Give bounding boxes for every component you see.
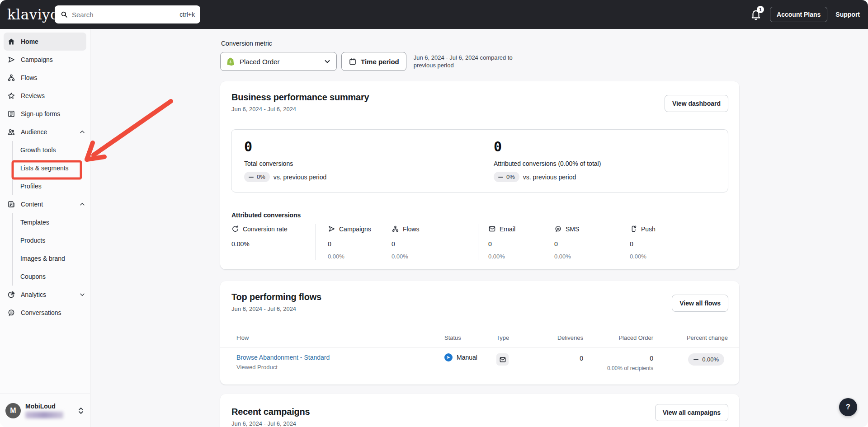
support-link[interactable]: Support: [835, 11, 860, 18]
view-all-flows-button[interactable]: View all flows: [672, 295, 728, 312]
conversion-metric-label: Conversion metric: [221, 40, 272, 47]
card-title: Recent campaigns: [231, 407, 728, 417]
form-icon: [7, 110, 15, 118]
view-all-campaigns-button[interactable]: View all campaigns: [655, 404, 728, 421]
change-pill: 0%: [494, 172, 519, 182]
sidebar-item-images-brand[interactable]: Images & brand: [13, 249, 90, 267]
push-icon: [630, 225, 637, 233]
search-shortcut-hint: ctrl+k: [179, 11, 195, 18]
sidebar-item-profiles[interactable]: Profiles: [13, 177, 90, 195]
card-date-range: Jun 6, 2024 - Jul 6, 2024: [231, 305, 728, 312]
sidebar-item-templates[interactable]: Templates: [13, 213, 90, 231]
sidebar-item-reviews[interactable]: Reviews: [0, 87, 90, 105]
sidebar-subitem-label: Profiles: [20, 183, 42, 190]
flow-table-row[interactable]: Browse Abandonment - Standard Viewed Pro…: [220, 353, 739, 371]
date-range-compare-text: Jun 6, 2024 - Jul 6, 2024 compared to pr…: [414, 52, 514, 69]
main-content: Conversion metric Placed Order Time peri…: [90, 29, 868, 427]
stat-value: 0: [494, 139, 601, 155]
flows-icon: [392, 225, 399, 233]
conversion-metric-select[interactable]: Placed Order: [220, 52, 337, 71]
flow-trigger: Viewed Product: [236, 364, 444, 371]
chevron-up-down-icon[interactable]: [77, 406, 85, 415]
sidebar-item-conversations[interactable]: Conversations: [0, 304, 90, 322]
column-header-deliveries: Deliveries: [537, 334, 583, 341]
card-title: Top performing flows: [231, 292, 728, 302]
metric-sub: [231, 253, 315, 260]
time-period-label: Time period: [361, 58, 399, 66]
change-value: 0%: [257, 174, 265, 180]
percent-change-value: 0.00%: [702, 356, 719, 363]
flow-name-link[interactable]: Browse Abandonment - Standard: [236, 354, 330, 361]
metric-sub: 0.00%: [488, 253, 554, 260]
account-plans-button[interactable]: Account Plans: [770, 7, 827, 22]
account-avatar: M: [5, 403, 21, 418]
metric-value: 0: [630, 240, 728, 248]
search-icon: [60, 10, 68, 19]
metric-value: 0: [328, 240, 392, 248]
flow-placed-order-cell: 0 0.00% of recipients: [583, 353, 653, 371]
metric-value: 0: [488, 240, 554, 248]
global-search[interactable]: ctrl+k: [55, 5, 200, 23]
stat-label: Attributed conversions (0.00% of total): [494, 160, 601, 167]
sidebar-item-label: Sign-up forms: [21, 110, 60, 117]
placed-order-value: 0: [583, 353, 653, 362]
sidebar-item-lists-segments[interactable]: Lists & segments: [13, 159, 90, 177]
sidebar-item-products[interactable]: Products: [13, 231, 90, 249]
sidebar-item-coupons[interactable]: Coupons: [13, 267, 90, 286]
sidebar-subitem-label: Growth tools: [20, 146, 56, 154]
sidebar-item-signup-forms[interactable]: Sign-up forms: [0, 105, 90, 123]
email-type-chip: [496, 353, 509, 366]
flow-status-label: Manual: [457, 354, 477, 361]
metric-sub: 0.00%: [328, 253, 392, 260]
sidebar-item-label: Campaigns: [21, 56, 53, 63]
help-button[interactable]: ?: [839, 398, 857, 416]
home-icon: [7, 38, 15, 46]
recent-campaigns-card: Recent campaigns Jun 6, 2024 - Jul 6, 20…: [220, 394, 739, 427]
sidebar-item-label: Audience: [21, 128, 47, 136]
flows-table-header: Flow Status Type Deliveries Placed Order…: [220, 334, 739, 341]
change-value: 0%: [506, 174, 515, 180]
attributed-metrics-row: Conversion rate 0.00% Campaigns 0 0.00%: [231, 224, 728, 260]
notifications-button[interactable]: 1: [750, 9, 762, 20]
chevron-up-icon[interactable]: [79, 129, 85, 135]
sidebar-item-growth-tools[interactable]: Growth tools: [13, 141, 90, 159]
calendar-icon: [349, 57, 357, 66]
metric-label: SMS: [566, 225, 579, 233]
sidebar-item-flows[interactable]: Flows: [0, 69, 90, 87]
sidebar-item-home[interactable]: Home: [4, 33, 86, 51]
sidebar-item-campaigns[interactable]: Campaigns: [0, 51, 90, 69]
send-icon: [7, 56, 15, 64]
metric-label: Push: [641, 225, 656, 233]
sidebar-subitem-label: Coupons: [20, 273, 46, 280]
sidebar: Home Campaigns Flows Reviews: [0, 29, 90, 427]
metric-flows: Flows 0 0.00%: [392, 224, 478, 260]
metric-value: 0: [554, 240, 630, 248]
metric-sms: SMS 0 0.00%: [554, 224, 630, 260]
chevron-down-icon[interactable]: [79, 291, 85, 298]
account-switcher[interactable]: M MobiLoud: [0, 394, 90, 427]
business-performance-card: Business performance summary Jun 6, 2024…: [220, 81, 739, 269]
metric-campaigns: Campaigns 0 0.00%: [316, 224, 392, 260]
metric-label: Campaigns: [339, 225, 371, 233]
column-header-placed-order: Placed Order: [583, 334, 653, 341]
search-input[interactable]: [72, 11, 176, 19]
stat-label: Total conversions: [244, 160, 326, 167]
chevron-up-icon[interactable]: [79, 201, 85, 207]
dash-icon: [693, 359, 698, 360]
chat-icon: [7, 309, 15, 317]
top-flows-card: Top performing flows Jun 6, 2024 - Jul 6…: [220, 281, 739, 385]
attributed-conversions-stat: 0 Attributed conversions (0.00% of total…: [494, 139, 601, 182]
flow-status-cell: Manual: [444, 353, 496, 361]
sidebar-item-content[interactable]: Content: [0, 195, 90, 213]
topbar-actions: 1 Account Plans Support: [750, 7, 868, 22]
metric-label: Flows: [403, 225, 420, 233]
view-dashboard-button[interactable]: View dashboard: [665, 95, 728, 112]
sidebar-item-audience[interactable]: Audience: [0, 123, 90, 141]
total-conversions-stat: 0 Total conversions 0% vs. previous peri…: [244, 139, 326, 182]
column-header-percent-change: Percent change: [653, 334, 728, 341]
time-period-button[interactable]: Time period: [341, 52, 406, 71]
metric-sub: 0.00%: [554, 253, 630, 260]
sidebar-item-analytics[interactable]: Analytics: [0, 286, 90, 304]
metric-sub: 0.00%: [392, 253, 478, 260]
sidebar-item-label: Reviews: [21, 92, 45, 99]
